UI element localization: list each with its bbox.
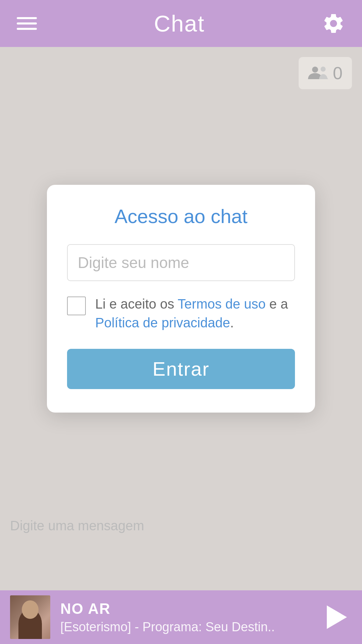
chat-area: 0 Acesso ao chat Li e aceito os Termos d… bbox=[0, 47, 362, 597]
settings-button[interactable] bbox=[322, 12, 345, 35]
bottom-bar: NO AR [Esoterismo] - Programa: Seu Desti… bbox=[0, 590, 362, 644]
on-air-label: NO AR bbox=[60, 600, 312, 617]
message-input-area: Digite uma mensagem bbox=[0, 508, 362, 543]
terms-prefix: Li e aceito os bbox=[95, 297, 178, 311]
terms-checkbox[interactable] bbox=[67, 297, 86, 315]
menu-button[interactable] bbox=[17, 17, 37, 30]
privacy-policy-link[interactable]: Política de privacidade bbox=[95, 315, 230, 330]
terms-of-use-link[interactable]: Termos de uso bbox=[178, 297, 265, 311]
page-title: Chat bbox=[154, 10, 205, 37]
modal-overlay: Acesso ao chat Li e aceito os Termos de … bbox=[0, 47, 362, 550]
program-title: [Esoterismo] - Programa: Seu Destin.. bbox=[60, 620, 312, 634]
program-info: NO AR [Esoterismo] - Programa: Seu Desti… bbox=[60, 600, 312, 634]
message-input-placeholder[interactable]: Digite uma mensagem bbox=[10, 515, 352, 537]
play-icon bbox=[327, 605, 347, 629]
chat-access-modal: Acesso ao chat Li e aceito os Termos de … bbox=[47, 185, 315, 413]
play-button[interactable] bbox=[322, 602, 352, 632]
thumbnail-image bbox=[10, 595, 50, 639]
gear-icon bbox=[322, 12, 345, 35]
terms-text: Li e aceito os Termos de uso e a Polític… bbox=[95, 294, 295, 332]
menu-line-2 bbox=[17, 22, 37, 24]
name-input[interactable] bbox=[67, 244, 295, 281]
terms-row: Li e aceito os Termos de uso e a Polític… bbox=[67, 294, 295, 332]
menu-line-3 bbox=[17, 28, 37, 30]
terms-suffix: . bbox=[230, 315, 234, 330]
menu-line-1 bbox=[17, 17, 37, 19]
terms-middle: e a bbox=[265, 297, 288, 311]
app-header: Chat bbox=[0, 0, 362, 47]
enter-button[interactable]: Entrar bbox=[67, 349, 295, 389]
program-thumbnail bbox=[10, 595, 50, 639]
modal-title: Acesso ao chat bbox=[67, 205, 295, 227]
